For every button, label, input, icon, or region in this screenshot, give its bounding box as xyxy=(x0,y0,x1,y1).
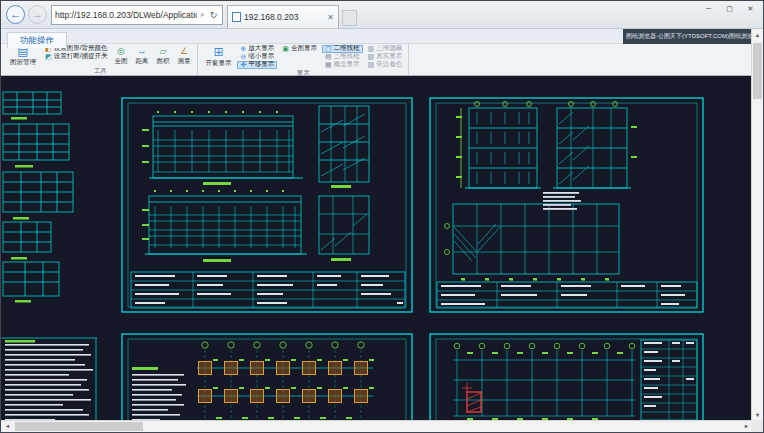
ribbon-group-display: ⊞ 开窗显示 ⊕ 放大显示 ⊖ 缩小显示 ✥ xyxy=(198,44,409,75)
sheet-left-fragment xyxy=(3,92,73,296)
distance-label: 距离 xyxy=(135,57,148,66)
tab-title: 192.168.0.203 xyxy=(244,12,325,22)
close-button[interactable]: ✕ xyxy=(740,1,761,16)
horizontal-scroll-thumb[interactable] xyxy=(15,422,143,431)
distance-icon: ↔ xyxy=(137,46,146,56)
mode-3d-wireframe-icon: ▤ xyxy=(325,53,332,60)
ribbon-tab-row: 功能操作 图纸浏览器-公图天下(YTDSOFT.COM)图纸浏览器-试用版 xyxy=(1,29,763,44)
measure-icon: ∠ xyxy=(180,46,188,56)
snap-toggle-icon: ◩ xyxy=(45,53,52,60)
tools-group-label: 工具 xyxy=(6,67,194,75)
mode-concept-label: 概念显示 xyxy=(334,60,360,69)
window-controls: ─ ▢ ✕ xyxy=(698,1,761,16)
fit-view-button[interactable]: ▣ 全图显示 xyxy=(279,45,320,53)
back-button[interactable]: ← xyxy=(6,5,25,24)
favicon xyxy=(232,12,241,22)
pan-icon: ✥ xyxy=(240,61,246,68)
scroll-up-icon[interactable]: ▲ xyxy=(752,29,763,42)
cad-drawing xyxy=(1,76,753,422)
forward-button[interactable]: → xyxy=(28,5,47,24)
vertical-scroll-thumb[interactable] xyxy=(753,43,762,99)
measure-button[interactable]: ∠ 测量 xyxy=(173,44,194,67)
set-snap-button[interactable]: ◩ 设置打断/捕捉开关 xyxy=(42,53,110,61)
sheet-column-plan xyxy=(122,334,412,422)
full-map-icon: ◎ xyxy=(117,46,125,56)
vertical-scrollbar[interactable]: ▲ ▼ xyxy=(751,29,763,422)
fit-view-icon: ▣ xyxy=(282,45,289,52)
green-annotations xyxy=(5,111,637,420)
area-icon: ▱ xyxy=(159,46,166,56)
mode-concept-icon: ▦ xyxy=(325,61,332,68)
sheet-elevations xyxy=(122,98,412,312)
app-title: 图纸浏览器-公图天下(YTDSOFT.COM)图纸浏览器-试用版 xyxy=(623,29,763,44)
tab-close-icon[interactable]: ✕ xyxy=(327,13,334,22)
mode-2d-wireframe-icon: ▢ xyxy=(325,45,332,52)
area-button[interactable]: ▱ 面积 xyxy=(152,44,173,67)
area-label: 面积 xyxy=(156,57,169,66)
scroll-left-icon[interactable]: ◄ xyxy=(1,421,14,432)
mode-concept-button[interactable]: ▦ 概念显示 xyxy=(322,61,363,69)
scrollbar-corner xyxy=(751,420,763,432)
cad-canvas[interactable] xyxy=(1,76,753,422)
set-snap-label: 设置打断/捕捉开关 xyxy=(54,52,108,61)
mode-real-icon: ▧ xyxy=(368,53,375,60)
mode-shaded-icon: ▨ xyxy=(368,61,375,68)
ribbon-group-tools: ▤ 图层管理 ◧ 设置图形/背景颜色 ◩ 设置打断/捕捉开关 xyxy=(3,44,198,75)
browser-chrome: ← → http://192.168.0.203/DLWeb/Applicati… xyxy=(1,1,763,29)
zoom-out-icon: ⊖ xyxy=(240,53,246,60)
browser-tab[interactable]: 192.168.0.203 ✕ xyxy=(227,5,339,28)
layer-manager-label: 图层管理 xyxy=(10,58,36,67)
mode-shaded-button[interactable]: ▨ 带边着色 xyxy=(365,61,406,69)
search-icon[interactable]: ⌕ xyxy=(197,9,208,20)
mode-shaded-label: 带边着色 xyxy=(376,60,402,69)
minimize-button[interactable]: ─ xyxy=(698,1,719,16)
new-tab-button[interactable] xyxy=(342,10,357,26)
url-text[interactable]: http://192.168.0.203/DLWeb/Application/Y… xyxy=(55,10,197,20)
ribbon: 功能操作 图纸浏览器-公图天下(YTDSOFT.COM)图纸浏览器-试用版 ▤ … xyxy=(1,29,763,76)
address-bar[interactable]: http://192.168.0.203/DLWeb/Application/Y… xyxy=(51,5,223,25)
ribbon-body: ▤ 图层管理 ◧ 设置图形/背景颜色 ◩ 设置打断/捕捉开关 xyxy=(1,44,763,75)
sheet-structure-plan xyxy=(430,334,703,422)
pan-button[interactable]: ✥ 平移显示 xyxy=(237,61,277,69)
window-zoom-label: 开窗显示 xyxy=(205,59,231,68)
mode-3d-hidden-icon: ▥ xyxy=(368,45,375,52)
refresh-icon[interactable]: ↻ xyxy=(208,10,219,20)
pan-label: 平移显示 xyxy=(248,60,274,69)
zoom-in-icon: ⊕ xyxy=(240,45,246,52)
fit-view-label: 全图显示 xyxy=(291,44,317,53)
full-map-label: 全图 xyxy=(114,57,127,66)
horizontal-scrollbar[interactable]: ◄ ► xyxy=(1,420,753,432)
measure-label: 测量 xyxy=(177,57,190,66)
red-detail xyxy=(462,383,481,412)
ribbon-tab-function-ops[interactable]: 功能操作 xyxy=(7,32,67,48)
window-zoom-button[interactable]: ⊞ 开窗显示 xyxy=(201,44,235,69)
distance-button[interactable]: ↔ 距离 xyxy=(131,44,152,67)
maximize-button[interactable]: ▢ xyxy=(719,1,740,16)
window-zoom-icon: ⊞ xyxy=(213,46,223,58)
full-map-button[interactable]: ◎ 全图 xyxy=(110,44,131,67)
browser-window: ← → http://192.168.0.203/DLWeb/Applicati… xyxy=(0,0,764,433)
